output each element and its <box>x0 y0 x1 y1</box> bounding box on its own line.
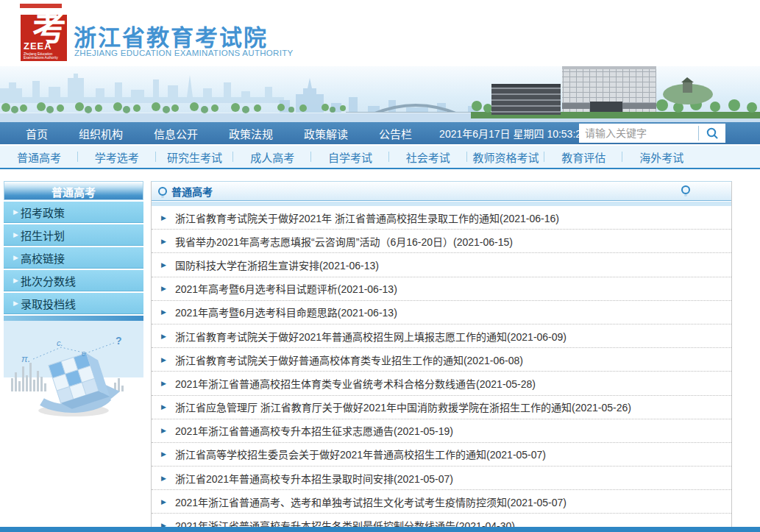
red-accent-dash <box>20 4 62 8</box>
news-link[interactable]: 2021年浙江省普通高校专升本招生征求志愿通告(2021-05-19) <box>175 423 453 438</box>
triangle-right-icon: ▶ <box>161 498 166 506</box>
news-list-item: ▶ 我省举办2021年高考志愿填报“云咨询周”活动（6月16-20日）(2021… <box>152 230 731 253</box>
sidebar-item-label: 高校链接 <box>21 250 65 266</box>
sidebar-menu-item[interactable]: ▶ 招生计划 <box>4 224 143 246</box>
news-list-item: ▶ 浙江省2021年普通高校专升本招生录取时间安排(2021-05-07) <box>152 467 731 490</box>
datetime-text: 2021年6月17日 星期四 10:53:29 <box>439 126 587 141</box>
news-title: 浙江省2021年普通高校专升本招生录取时间安排 <box>175 473 394 485</box>
news-title: 我省举办2021年高考志愿填报“云咨询周”活动（6月16-20日） <box>175 236 453 248</box>
triangle-right-icon: ▶ <box>13 299 18 307</box>
sidebar-item-label: 招考政策 <box>21 205 65 220</box>
subnav-link[interactable]: 自学考试 <box>328 152 372 164</box>
svg-text:e: e <box>82 350 86 358</box>
banner-skyline-graphic <box>0 66 760 122</box>
news-list-item: ▶ 2021年浙江省普通高校专升本招生征求志愿通告(2021-05-19) <box>152 419 731 443</box>
subnav-item: 学考选考 <box>78 149 156 165</box>
sidebar-item-label: 招生计划 <box>21 227 65 243</box>
nav-item: 信息公开 <box>138 126 213 141</box>
subnav-link[interactable]: 成人高考 <box>250 152 294 164</box>
news-date: (2021-06-13) <box>319 260 379 272</box>
subnav-item: 教育评估 <box>544 149 622 165</box>
news-date: (2021-06-13) <box>338 283 397 295</box>
search-button[interactable] <box>699 124 725 143</box>
triangle-right-icon: ▶ <box>161 356 166 363</box>
news-panel: 普通高考 ▶ 浙江省教育考试院关于做好2021年 浙江省普通高校招生录取工作的通… <box>151 181 732 532</box>
news-link[interactable]: 浙江省高等学校招生委员会关于做好2021年普通高校招生工作的通知(2021-05… <box>175 447 546 461</box>
ring-pin-icon-right[interactable] <box>681 185 690 194</box>
news-title: 2021年浙江省普通高校招生体育类专业省统考术科合格分数线通告 <box>175 378 476 390</box>
main-navigation: 首页 组织机构 信息公开 政策法规 政策解读 公告 <box>0 122 760 144</box>
nav-item: 政策法规 <box>213 126 288 141</box>
logo-org-line2: Examinations Authority <box>24 56 58 60</box>
news-link[interactable]: 2021年高考暨6月选考科目命题思路(2021-06-13) <box>175 305 397 319</box>
subnav-link[interactable]: 学考选考 <box>95 152 139 164</box>
subnav-link[interactable]: 社会考试 <box>406 152 450 164</box>
sidebar-divider-bar <box>4 316 143 321</box>
subnav-item: 普通高考 <box>0 149 78 165</box>
subnav-link[interactable]: 教师资格考试 <box>473 152 539 164</box>
subnav-item: 社会考试 <box>389 149 467 165</box>
subnav-item: 研究生考试 <box>156 149 234 165</box>
site-subtitle: ZHEJIANG EDUCATION EXAMINATIONS AUTHORIT… <box>74 49 293 57</box>
svg-text:?: ? <box>116 335 122 347</box>
news-link[interactable]: 浙江省教育考试院关于做好2021年普通高校招生网上填报志愿工作的通知(2021-… <box>175 329 567 344</box>
nav-link[interactable]: 组织机构 <box>63 126 138 141</box>
news-link[interactable]: 浙江省教育考试院关于做好普通高校体育类专业招生工作的通知(2021-06-08) <box>175 352 523 367</box>
subnav-item: 海外考试 <box>622 149 700 165</box>
search-icon <box>706 127 719 140</box>
nav-link[interactable]: 信息公开 <box>138 126 213 141</box>
footer-bar <box>0 527 760 532</box>
nav-link[interactable]: 公告栏 <box>363 126 427 141</box>
site-logo[interactable]: 考 ZEEA Zhejiang Education Examinations A… <box>21 15 67 61</box>
subnav-link[interactable]: 研究生考试 <box>167 152 222 164</box>
news-date: (2021-06-13) <box>338 307 397 319</box>
search-input[interactable] <box>579 125 698 141</box>
cube-illustration: π. c. e ? <box>4 321 143 430</box>
sidebar-menu-item[interactable]: ▶ 批次分数线 <box>4 270 143 291</box>
banner-image <box>0 66 760 122</box>
news-list-item: ▶ 国防科技大学在浙招生宣讲安排(2021-06-13) <box>152 253 731 277</box>
nav-link[interactable]: 政策解读 <box>288 126 363 141</box>
news-link[interactable]: 浙江省应急管理厅 浙江省教育厅关于做好2021年中国消防救援学院在浙招生工作的通… <box>175 400 631 414</box>
news-link[interactable]: 2021年高考暨6月选考科目试题评析(2021-06-13) <box>175 281 397 296</box>
news-link[interactable]: 国防科技大学在浙招生宣讲安排(2021-06-13) <box>175 258 379 272</box>
news-date: (2021-06-09) <box>507 331 567 343</box>
news-title: 2021年浙江省普通高校专升本招生征求志愿通告 <box>175 425 394 437</box>
nav-item: 组织机构 <box>63 126 138 141</box>
news-date: (2021-05-07) <box>486 449 546 461</box>
subnav-link[interactable]: 普通高考 <box>17 152 61 164</box>
exam-category-navigation: 普通高考 学考选考 研究生考试 成人高考 自学考试 <box>0 146 760 169</box>
news-link[interactable]: 我省举办2021年高考志愿填报“云咨询周”活动（6月16-20日）(2021-0… <box>175 234 513 249</box>
subnav-link[interactable]: 教育评估 <box>561 152 605 164</box>
sidebar-menu-item[interactable]: ▶ 录取投档线 <box>4 293 143 314</box>
ring-pin-icon <box>158 187 167 196</box>
main-nav-list: 首页 组织机构 信息公开 政策法规 政策解读 公告 <box>0 126 427 141</box>
subnav-link[interactable]: 海外考试 <box>639 152 683 164</box>
news-link[interactable]: 2021年浙江省普通高校招生体育类专业省统考术科合格分数线通告(2021-05-… <box>175 376 536 391</box>
nav-link[interactable]: 首页 <box>10 126 63 141</box>
nav-link[interactable]: 政策法规 <box>213 126 288 141</box>
triangle-right-icon: ▶ <box>161 475 166 482</box>
news-title: 浙江省高等学校招生委员会关于做好2021年普通高校招生工作的通知 <box>175 449 486 461</box>
news-list: ▶ 浙江省教育考试院关于做好2021年 浙江省普通高校招生录取工作的通知(202… <box>152 206 731 532</box>
triangle-right-icon: ▶ <box>161 403 166 411</box>
triangle-right-icon: ▶ <box>161 261 166 269</box>
news-link[interactable]: 浙江省2021年普通高校专升本招生录取时间安排(2021-05-07) <box>175 471 453 486</box>
sidebar-menu-item[interactable]: ▶ 招考政策 <box>4 202 143 223</box>
news-link[interactable]: 2021年浙江省普通高考、选考和单独考试招生文化考试考生疫情防控须知(2021-… <box>175 494 567 509</box>
search-box <box>579 124 725 143</box>
subnav-item: 成人高考 <box>233 149 311 165</box>
news-list-item: ▶ 浙江省应急管理厅 浙江省教育厅关于做好2021年中国消防救援学院在浙招生工作… <box>152 396 731 419</box>
news-list-item: ▶ 2021年浙江省普通高校招生体育类专业省统考术科合格分数线通告(2021-0… <box>152 372 731 395</box>
triangle-right-icon: ▶ <box>161 238 166 245</box>
sidebar-menu: ▶ 招考政策 ▶ 招生计划 ▶ 高校链接 ▶ 批次分数线 <box>4 202 143 314</box>
news-list-item: ▶ 浙江省教育考试院关于做好2021年 浙江省普通高校招生录取工作的通知(202… <box>152 206 731 230</box>
nav-item: 政策解读 <box>288 126 363 141</box>
news-date: (2021-05-19) <box>394 425 453 437</box>
triangle-right-icon: ▶ <box>161 450 166 458</box>
sidebar-menu-item[interactable]: ▶ 高校链接 <box>4 247 143 269</box>
news-title: 2021年浙江省普通高考、选考和单独考试招生文化考试考生疫情防控须知 <box>175 497 507 508</box>
news-title: 浙江省应急管理厅 浙江省教育厅关于做好2021年中国消防救援学院在浙招生工作的通… <box>175 402 572 414</box>
sidebar-decorative-image: π. c. e ? <box>4 321 143 430</box>
news-link[interactable]: 浙江省教育考试院关于做好2021年 浙江省普通高校招生录取工作的通知(2021-… <box>175 210 559 225</box>
